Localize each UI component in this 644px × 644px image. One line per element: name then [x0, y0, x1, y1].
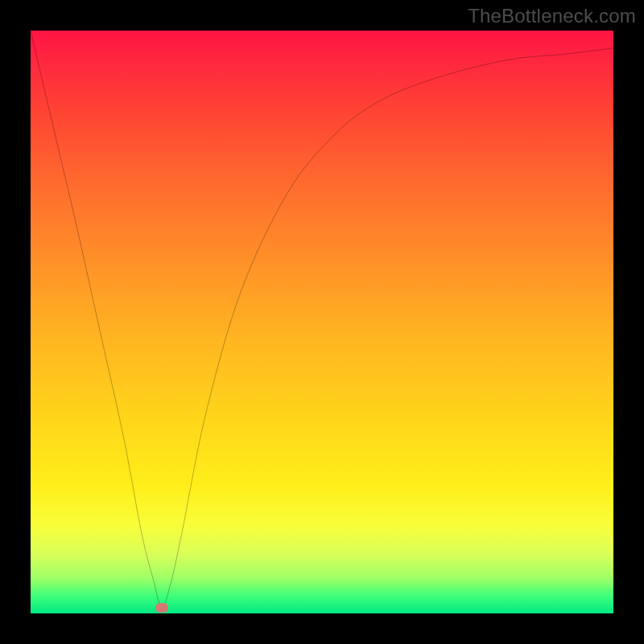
chart-frame: TheBottleneck.com	[0, 0, 644, 644]
optimal-point-marker	[155, 603, 168, 613]
watermark-text: TheBottleneck.com	[468, 5, 636, 27]
bottleneck-curve-path	[31, 31, 613, 608]
curve-svg	[31, 31, 613, 613]
plot-area	[31, 31, 613, 613]
